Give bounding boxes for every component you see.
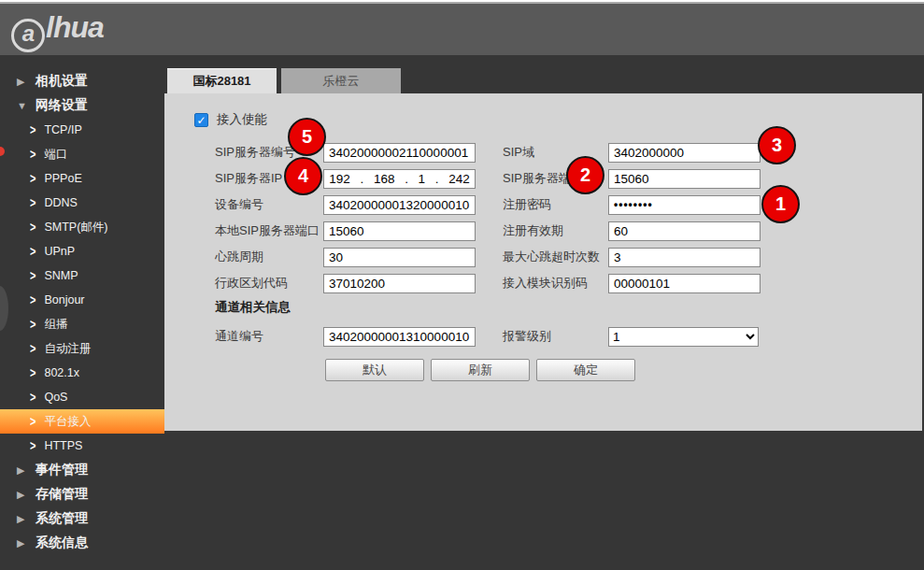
text-input[interactable] [323, 143, 476, 163]
triangle-right-icon: ▶ [17, 489, 28, 501]
field-label: 心跳周期 [215, 249, 323, 265]
text-input[interactable] [323, 327, 476, 347]
sidebar-group-事件管理[interactable]: ▶ 事件管理 [0, 458, 164, 482]
header-bar: alhua TECHNOLOGY [0, 4, 924, 55]
sidebar-group-系统管理[interactable]: ▶ 系统管理 [0, 506, 164, 531]
field-label: 行政区划代码 [215, 275, 323, 292]
ip-octet[interactable]: 242 [448, 172, 470, 186]
field-label: 通道编号 [215, 328, 323, 345]
sidebar-item-label: SNMP [44, 269, 78, 282]
sidebar-item-label: 端口 [44, 147, 67, 163]
field-label: 本地SIP服务器端口 [215, 222, 323, 239]
chevron-right-icon: > [30, 220, 36, 235]
ip-address-input[interactable]: 192.168.1.242 [323, 169, 476, 189]
sidebar-item-label: 平台接入 [44, 414, 91, 430]
sidebar-group-系统信息[interactable]: ▶ 系统信息 [0, 531, 164, 555]
sidebar-item-label: UPnP [44, 245, 75, 258]
sidebar-item-label: SMTP(邮件) [44, 220, 107, 235]
text-input[interactable] [323, 274, 476, 293]
chevron-right-icon: > [30, 438, 36, 453]
sidebar-item-SNMP[interactable]: > SNMP [0, 264, 164, 288]
text-input[interactable] [608, 221, 761, 241]
ip-octet[interactable]: 168 [374, 172, 395, 186]
triangle-right-icon: ▶ [17, 464, 28, 477]
form-row: 本地SIP服务器端口注册有效期 [215, 218, 761, 244]
sidebar-item-802.1x[interactable]: > 802.1x [0, 361, 164, 385]
tab-国标28181[interactable]: 国标28181 [167, 68, 277, 93]
sidebar-item-QoS[interactable]: > QoS [0, 385, 164, 409]
sidebar-group-label: 网络设置 [36, 97, 88, 114]
sidebar-item-UPnP[interactable]: > UPnP [0, 239, 164, 264]
text-input[interactable] [608, 143, 761, 163]
chevron-right-icon: > [30, 414, 36, 429]
dahua-logo-a-icon: a [11, 19, 45, 52]
annotation-circle-4: 4 [284, 157, 322, 195]
sidebar-item-SMTP(邮件)[interactable]: > SMTP(邮件) [0, 215, 164, 239]
text-input[interactable] [608, 169, 761, 189]
tab-乐橙云[interactable]: 乐橙云 [281, 68, 401, 93]
text-input[interactable] [608, 248, 761, 267]
button-row: 默认刷新确定 [325, 359, 635, 381]
button-默认[interactable]: 默认 [325, 359, 424, 381]
field-label: 报警级别 [503, 328, 608, 345]
text-input[interactable] [608, 274, 761, 293]
field-label: 注册有效期 [503, 222, 608, 239]
password-input[interactable] [608, 195, 761, 215]
button-刷新[interactable]: 刷新 [431, 359, 530, 381]
sidebar-item-HTTPS[interactable]: > HTTPS [0, 434, 164, 458]
sidebar-group-网络设置[interactable]: ▼ 网络设置 [0, 93, 164, 118]
sidebar-item-DDNS[interactable]: > DDNS [0, 191, 164, 215]
button-确定[interactable]: 确定 [536, 359, 635, 381]
platform-access-panel: ✓ 接入使能 SIP服务器编号SIP域SIP服务器IP192.168.1.242… [164, 93, 922, 431]
sidebar-item-label: 自动注册 [44, 341, 91, 357]
chevron-right-icon: > [30, 195, 36, 210]
sidebar-item-自动注册[interactable]: > 自动注册 [0, 336, 164, 361]
sidebar-item-组播[interactable]: > 组播 [0, 312, 164, 336]
sidebar-group-label: 相机设置 [36, 73, 88, 90]
sidebar-group-label: 系统信息 [36, 534, 88, 551]
channel-section-heading: 通道相关信息 [215, 294, 291, 321]
field-label: 注册密码 [503, 196, 608, 213]
ip-octet[interactable]: 1 [419, 172, 426, 186]
ip-dot-separator: . [361, 172, 364, 186]
chevron-right-icon: > [30, 122, 36, 137]
sidebar-item-label: TCP/IP [44, 123, 81, 136]
form-row: 设备编号注册密码 [215, 192, 761, 218]
field-label: 最大心跳超时次数 [503, 249, 608, 265]
text-input[interactable] [323, 248, 476, 267]
sidebar-item-端口[interactable]: > 端口 [0, 142, 164, 166]
chevron-right-icon: > [30, 171, 36, 186]
enable-access-row: ✓ 接入使能 [194, 111, 267, 128]
form-row: 心跳周期最大心跳超时次数 [215, 244, 761, 270]
sidebar-group-label: 存储管理 [36, 486, 88, 503]
text-input[interactable] [323, 195, 476, 215]
sidebar-item-label: DDNS [44, 196, 77, 209]
chevron-right-icon: > [30, 341, 36, 356]
sidebar-item-平台接入[interactable]: > 平台接入 [0, 409, 164, 434]
dahua-logo-wordmark: alhua [11, 11, 137, 52]
sidebar-group-label: 事件管理 [36, 462, 88, 478]
chevron-right-icon: > [30, 292, 36, 307]
chevron-right-icon: > [30, 365, 36, 380]
triangle-right-icon: ▶ [17, 537, 28, 549]
alarm-level-select[interactable]: 1 [608, 327, 759, 347]
chevron-right-icon: > [30, 268, 36, 283]
sidebar-item-TCP/IP[interactable]: > TCP/IP [0, 118, 164, 142]
sidebar-group-存储管理[interactable]: ▶ 存储管理 [0, 482, 164, 506]
sidebar-item-label: PPPoE [44, 172, 81, 185]
sidebar-item-label: 组播 [44, 317, 67, 333]
chevron-right-icon: > [30, 317, 36, 332]
form-row: 通道编号报警级别1 [215, 323, 759, 349]
ip-dot-separator: . [435, 172, 439, 186]
ip-dot-separator: . [405, 172, 408, 186]
sidebar-item-PPPoE[interactable]: > PPPoE [0, 166, 164, 191]
sidebar-item-label: HTTPS [44, 439, 82, 452]
enable-access-checkbox[interactable]: ✓ [194, 113, 208, 127]
chevron-right-icon: > [30, 390, 36, 405]
text-input[interactable] [323, 221, 476, 241]
sidebar-item-label: 802.1x [44, 366, 79, 379]
triangle-right-icon: ▶ [17, 76, 28, 88]
sidebar-item-Bonjour[interactable]: > Bonjour [0, 288, 164, 312]
sidebar-group-相机设置[interactable]: ▶ 相机设置 [0, 69, 164, 93]
ip-octet[interactable]: 192 [329, 172, 350, 186]
